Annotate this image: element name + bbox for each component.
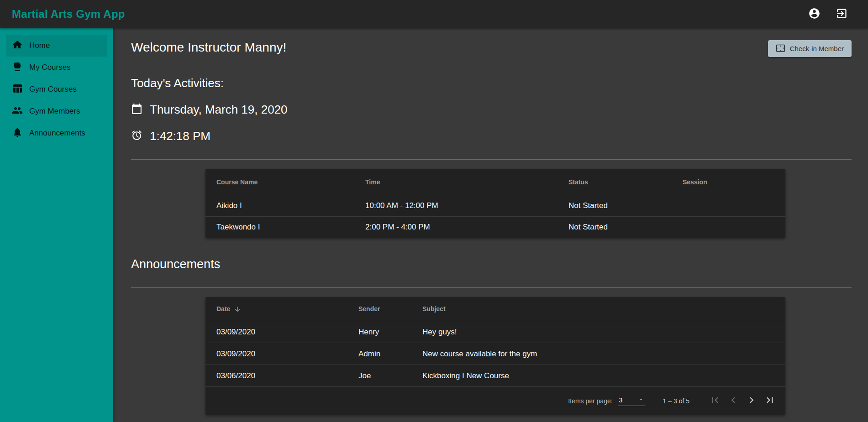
section-divider: [131, 159, 852, 160]
next-page-button[interactable]: [742, 392, 761, 410]
subject-cell: New course available for the gym: [422, 349, 785, 359]
sidebar-item-gym-courses[interactable]: Gym Courses: [0, 78, 113, 100]
sidebar-item-label: Gym Courses: [29, 85, 77, 94]
account-button[interactable]: [804, 4, 824, 24]
last-page-icon: [764, 394, 776, 407]
items-per-page-select[interactable]: 3: [618, 396, 645, 406]
boxing-glove-icon: [12, 61, 23, 74]
column-header-date-label: Date: [216, 305, 230, 313]
previous-page-button[interactable]: [724, 392, 742, 410]
date-cell: 03/09/2020: [216, 349, 358, 359]
first-page-button[interactable]: [706, 392, 724, 410]
sort-desc-arrow-icon: [230, 305, 241, 313]
announcements-table: Date Sender Subject 03/09/2020 Henry Hey…: [205, 297, 785, 415]
calendar-icon: [131, 103, 142, 116]
chevron-right-icon: [746, 394, 758, 407]
sidebar-item-my-courses[interactable]: My Courses: [0, 57, 113, 78]
course-name-cell: Aikido I: [216, 201, 365, 210]
content-header: Welcome Instructor Manny! Check-in Membe…: [131, 40, 852, 57]
items-per-page-value: 3: [619, 396, 623, 404]
current-date: Thursday, March 19, 2020: [150, 103, 288, 117]
checkin-member-label: Check-in Member: [790, 45, 844, 52]
courses-table: Course Name Time Status Session Aikido I…: [205, 169, 785, 238]
subject-cell: Kickboxing I New Course: [422, 371, 785, 380]
sidebar-item-home[interactable]: Home: [6, 35, 107, 57]
topbar: Martial Arts Gym App: [0, 0, 868, 28]
bell-icon: [12, 127, 23, 140]
column-header-session: Session: [683, 178, 785, 186]
sidebar-item-gym-members[interactable]: Gym Members: [0, 100, 113, 122]
date-cell: 03/06/2020: [216, 371, 358, 380]
account-circle-icon: [808, 7, 821, 21]
home-icon: [12, 39, 23, 52]
column-header-time: Time: [365, 178, 568, 186]
alarm-clock-icon: [131, 130, 142, 143]
column-header-date[interactable]: Date: [216, 305, 358, 313]
checkin-member-button[interactable]: Check-in Member: [768, 40, 852, 57]
time-cell: 10:00 AM - 12:00 PM: [365, 201, 568, 210]
items-per-page-label: Items per page:: [568, 397, 612, 405]
status-cell: Not Started: [568, 223, 683, 232]
current-time: 1:42:18 PM: [150, 129, 210, 143]
sidebar: Home My Courses Gym Courses Gym Members …: [0, 28, 113, 422]
table-row[interactable]: Taekwondo I 2:00 PM - 4:00 PM Not Starte…: [205, 216, 785, 238]
sidebar-item-announcements[interactable]: Announcements: [0, 122, 113, 144]
table-row[interactable]: Aikido I 10:00 AM - 12:00 PM Not Started: [205, 195, 785, 216]
table-chart-icon: [12, 83, 23, 96]
paginator: Items per page: 3 1 – 3 of 5: [205, 386, 785, 415]
column-header-sender[interactable]: Sender: [358, 305, 422, 313]
app-title: Martial Arts Gym App: [12, 8, 125, 21]
first-page-icon: [709, 394, 721, 407]
last-page-button[interactable]: [761, 392, 779, 410]
app-root: Martial Arts Gym App Home My Courses: [0, 0, 868, 422]
column-header-status: Status: [568, 178, 683, 186]
date-cell: 03/09/2020: [216, 328, 358, 337]
sidebar-item-label: Announcements: [29, 129, 85, 138]
status-cell: Not Started: [568, 201, 683, 210]
announcements-table-header: Date Sender Subject: [205, 297, 785, 321]
time-cell: 2:00 PM - 4:00 PM: [365, 223, 568, 232]
table-row[interactable]: 03/06/2020 Joe Kickboxing I New Course: [205, 365, 785, 386]
sidebar-item-label: Gym Members: [29, 107, 80, 116]
chevron-down-icon: [638, 396, 644, 404]
people-icon: [12, 105, 23, 118]
time-row: 1:42:18 PM: [131, 129, 852, 143]
sender-cell: Joe: [358, 371, 422, 380]
announcements-heading: Announcements: [131, 257, 852, 271]
logout-button[interactable]: [831, 4, 852, 24]
sender-cell: Admin: [358, 349, 422, 359]
column-header-course-name: Course Name: [216, 178, 365, 186]
courses-table-header: Course Name Time Status Session: [205, 169, 785, 195]
subject-cell: Hey guys!: [422, 328, 785, 337]
sidebar-item-label: Home: [29, 41, 50, 50]
sender-cell: Henry: [358, 328, 422, 337]
today-activities-heading: Today's Activities:: [131, 76, 852, 90]
table-row[interactable]: 03/09/2020 Admin New course available fo…: [205, 343, 785, 365]
section-divider: [131, 287, 852, 288]
sidebar-item-label: My Courses: [29, 63, 71, 72]
overscan-icon: [776, 43, 790, 54]
chevron-left-icon: [727, 394, 739, 407]
course-name-cell: Taekwondo I: [216, 223, 365, 232]
page-range-label: 1 – 3 of 5: [663, 397, 689, 405]
table-row[interactable]: 03/09/2020 Henry Hey guys!: [205, 321, 785, 343]
exit-to-app-icon: [836, 7, 848, 21]
main-content: Welcome Instructor Manny! Check-in Membe…: [113, 28, 868, 422]
welcome-heading: Welcome Instructor Manny!: [131, 40, 286, 55]
column-header-subject[interactable]: Subject: [422, 305, 785, 313]
date-row: Thursday, March 19, 2020: [131, 103, 852, 117]
